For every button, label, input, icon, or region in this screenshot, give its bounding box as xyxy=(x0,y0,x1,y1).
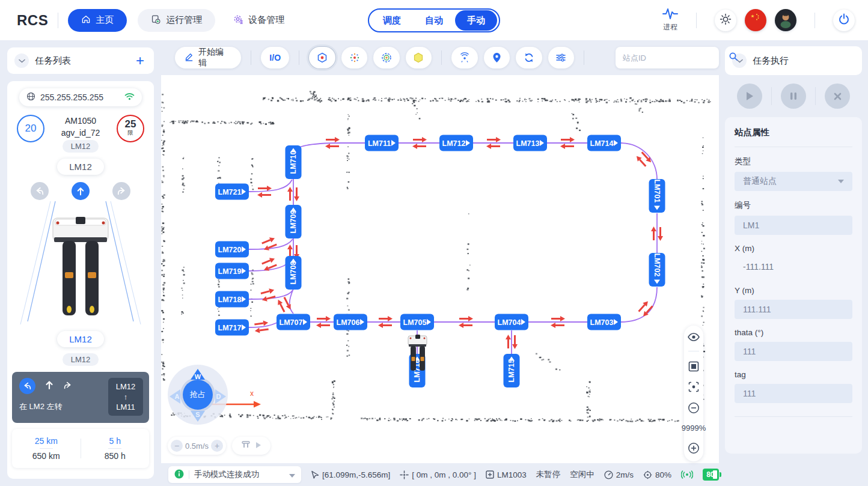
station-LM718[interactable]: LM718 xyxy=(215,291,249,308)
station-LM721[interactable]: LM721 xyxy=(215,184,249,200)
nav-item-home[interactable]: 主页 xyxy=(68,9,127,32)
station-LM712[interactable]: LM712 xyxy=(439,135,473,151)
tag-label: tag xyxy=(735,370,852,379)
divider xyxy=(58,13,58,28)
gear-icon xyxy=(233,14,243,26)
user-avatar[interactable] xyxy=(775,10,796,31)
add-task-button[interactable]: + xyxy=(133,55,147,67)
turn-left-icon xyxy=(35,187,44,195)
station-LM703[interactable]: LM703 xyxy=(587,314,621,330)
x-value: -111.111 xyxy=(735,258,852,277)
station-LM713[interactable]: LM713 xyxy=(513,135,547,151)
power-icon xyxy=(838,13,850,28)
pause-button[interactable] xyxy=(781,84,806,109)
station-LM708[interactable]: LM708 xyxy=(286,256,302,290)
station-LM710[interactable]: LM710 xyxy=(286,145,302,179)
nav-item-device[interactable]: 设备管理 xyxy=(220,9,298,32)
station-LM719[interactable]: LM719 xyxy=(215,263,249,279)
seize-button[interactable]: 抢占 xyxy=(183,380,213,410)
station-LM706[interactable]: LM706 xyxy=(334,314,367,330)
svg-text:LM717: LM717 xyxy=(218,324,242,332)
vehicle-stats-card: 25 km 650 km 5 h 850 h xyxy=(12,429,149,468)
pin-button[interactable] xyxy=(484,47,510,68)
task-list-header: 任务列表 + xyxy=(7,47,154,74)
station-LM704[interactable]: LM704 xyxy=(495,314,528,330)
station-LM701[interactable]: LM701 xyxy=(649,179,665,213)
status-message-pill[interactable]: 手动模式连接成功 xyxy=(168,466,301,483)
station-LM714[interactable]: LM714 xyxy=(587,135,621,151)
refresh-button[interactable] xyxy=(516,47,542,68)
joystick-down-button[interactable]: S xyxy=(190,410,206,422)
play-button[interactable] xyxy=(737,84,762,109)
svg-text:LM721: LM721 xyxy=(218,188,242,196)
rings-target-icon xyxy=(381,52,392,63)
turn-right-button[interactable] xyxy=(112,182,130,200)
nav-hint-text: 在 LM2 左转 xyxy=(19,401,108,412)
tab-auto[interactable]: 自动 xyxy=(413,10,455,31)
radar-button[interactable] xyxy=(451,47,477,68)
layer-zone-button[interactable] xyxy=(406,47,432,68)
layer-rings-button[interactable] xyxy=(373,47,399,68)
nav-item-operation[interactable]: 运行管理 xyxy=(138,9,215,32)
center-focus-icon[interactable] xyxy=(688,381,699,392)
joystick-right-button[interactable]: D xyxy=(215,389,227,404)
joystick-left-button[interactable]: A xyxy=(169,389,181,404)
process-button[interactable]: 进程 xyxy=(662,8,678,32)
tab-dispatch[interactable]: 调度 xyxy=(371,10,413,31)
forward-button[interactable] xyxy=(72,182,90,200)
turn-left-button[interactable] xyxy=(31,182,49,200)
joystick-up-button[interactable]: W xyxy=(190,368,206,380)
tag-input[interactable] xyxy=(735,384,852,403)
theme-toggle-button[interactable] xyxy=(715,10,736,31)
vehicle-ip-pill[interactable]: 255.255.255.255 xyxy=(19,88,142,106)
zoom-out-button[interactable] xyxy=(688,402,700,414)
svg-text:LM715: LM715 xyxy=(507,359,516,383)
vehicle-ip: 255.255.255.255 xyxy=(40,93,120,102)
station-search-input[interactable] xyxy=(623,53,729,62)
current-station-tag: LM12 xyxy=(57,331,104,347)
chevron-down-icon xyxy=(289,470,295,479)
zoom-in-button[interactable] xyxy=(688,442,700,454)
speed-decrease-button[interactable]: − xyxy=(171,440,183,452)
station-LM705[interactable]: LM705 xyxy=(400,314,434,330)
tab-manual[interactable]: 手动 xyxy=(455,10,497,31)
station-LM720[interactable]: LM720 xyxy=(215,241,249,258)
power-button[interactable] xyxy=(833,10,855,31)
speed-increase-button[interactable]: + xyxy=(211,440,223,452)
station-LM711[interactable]: LM711 xyxy=(365,135,399,151)
wifi-icon xyxy=(124,92,135,103)
station-LM717[interactable]: LM717 xyxy=(215,320,249,336)
pause-icon xyxy=(790,92,797,100)
filter-button[interactable] xyxy=(548,47,574,68)
station-LM709[interactable]: LM709 xyxy=(286,205,302,238)
vehicle-card: 255.255.255.255 20 AM1050 agv_id_72 LM12… xyxy=(7,81,154,479)
yellow-hexagon-icon xyxy=(413,52,424,63)
minimap-toggle-icon[interactable] xyxy=(688,361,699,372)
collapse-task-list-button[interactable] xyxy=(14,53,29,68)
io-button[interactable]: I/O xyxy=(261,47,289,68)
start-edit-button[interactable]: 开始编辑 xyxy=(175,47,241,68)
type-select[interactable]: 普通站点 xyxy=(735,172,852,191)
station-LM702[interactable]: LM702 xyxy=(649,253,665,287)
agv-forklift-graphic xyxy=(12,201,149,331)
station-LM707[interactable]: LM707 xyxy=(277,314,310,330)
cancel-button[interactable] xyxy=(825,84,850,109)
station-tag: LM12 xyxy=(63,140,99,153)
language-flag-button[interactable] xyxy=(745,10,766,31)
layer-stations-button[interactable] xyxy=(309,47,335,68)
hexagon-target-icon xyxy=(317,52,328,63)
chevron-down-icon xyxy=(838,180,844,183)
scatter-dots-icon xyxy=(349,52,360,63)
localization-status: 80% xyxy=(643,470,671,479)
y-input[interactable] xyxy=(735,300,852,319)
sun-icon xyxy=(720,13,732,28)
search-icon[interactable] xyxy=(729,52,738,64)
eye-icon[interactable] xyxy=(688,333,700,341)
fork-control[interactable] xyxy=(232,437,270,455)
theta-input[interactable] xyxy=(735,342,852,361)
station-LM715[interactable]: LM715 xyxy=(504,354,520,387)
layer-pointcloud-button[interactable] xyxy=(341,47,367,68)
arrow-up-icon xyxy=(76,187,85,196)
code-input[interactable] xyxy=(735,216,852,235)
route-from: LM12 xyxy=(108,382,143,391)
